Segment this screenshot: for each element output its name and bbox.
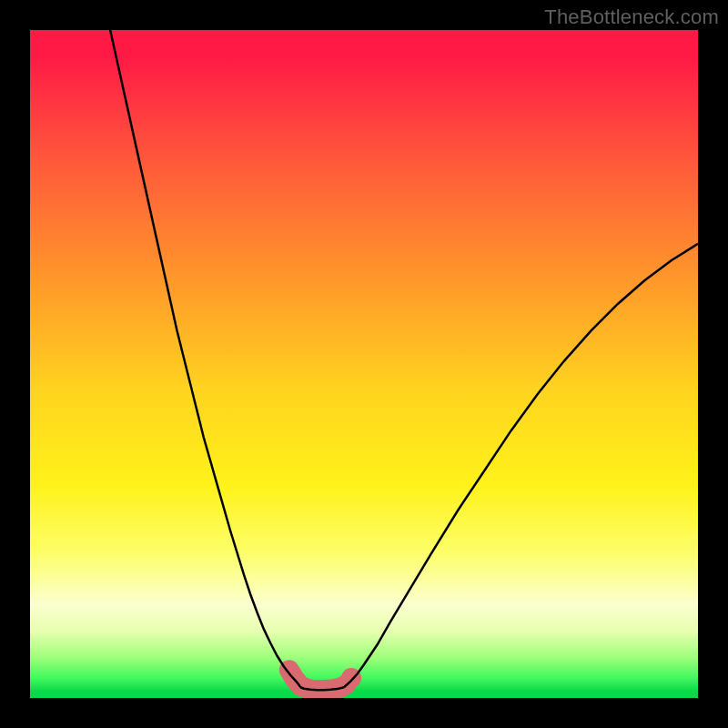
chart-overlay <box>30 30 698 698</box>
plot-area <box>30 30 698 698</box>
watermark-text: TheBottleneck.com <box>544 5 719 29</box>
right-curve <box>344 244 698 687</box>
chart-frame: TheBottleneck.com <box>0 0 728 728</box>
left-curve <box>110 30 300 687</box>
marker-path <box>289 670 346 690</box>
